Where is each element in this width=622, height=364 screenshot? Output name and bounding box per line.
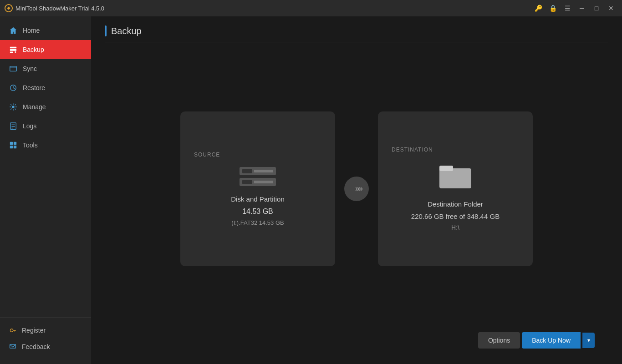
tools-icon	[9, 141, 17, 149]
restore-icon	[9, 84, 17, 92]
minimize-button[interactable]: ─	[576, 2, 588, 15]
arrow-indicator: »»	[344, 177, 369, 201]
destination-card-path: H:\	[451, 224, 459, 231]
svg-rect-15	[10, 146, 13, 148]
maximize-button[interactable]: □	[590, 2, 603, 15]
sidebar-item-feedback[interactable]: Feedback	[0, 339, 91, 355]
sidebar-nav: Home Backup Sync	[0, 16, 91, 317]
svg-rect-2	[10, 49, 16, 51]
window-controls: 🔑 🔒 ☰ ─ □ ✕	[532, 2, 617, 15]
source-section-label: SOURCE	[194, 152, 220, 158]
page-title-bar: Backup	[105, 25, 608, 42]
svg-rect-3	[10, 52, 13, 53]
sidebar-item-manage[interactable]: Manage	[0, 97, 91, 116]
sidebar-item-home[interactable]: Home	[0, 21, 91, 40]
app-body: Home Backup Sync	[0, 16, 622, 364]
options-button[interactable]: Options	[478, 332, 520, 349]
svg-rect-23	[439, 166, 453, 171]
destination-card[interactable]: DESTINATION Destination Folder 220.66 GB…	[378, 111, 533, 266]
source-card-size: 14.53 GB	[242, 207, 273, 216]
backup-now-button[interactable]: Back Up Now	[522, 332, 581, 349]
app-logo-icon	[5, 4, 13, 12]
backup-now-dropdown-button[interactable]: ▾	[582, 333, 595, 348]
titlebar-key-icon[interactable]: 🔑	[532, 2, 545, 15]
destination-section-label: DESTINATION	[392, 147, 433, 153]
svg-point-8	[12, 106, 14, 108]
sidebar-item-logs[interactable]: Logs	[0, 116, 91, 136]
svg-rect-5	[10, 66, 16, 71]
close-button[interactable]: ✕	[605, 2, 617, 15]
source-card[interactable]: SOURCE Disk and Partition 14.53 GB (I:).…	[180, 111, 335, 266]
svg-rect-22	[439, 168, 471, 188]
feedback-icon	[9, 343, 16, 350]
disk-icon	[240, 167, 276, 186]
svg-rect-1	[10, 47, 16, 49]
svg-rect-14	[14, 142, 16, 145]
bottom-bar: Options Back Up Now ▾	[105, 326, 608, 355]
app-title: MiniTool ShadowMaker Trial 4.5.0	[5, 4, 532, 12]
title-bar: MiniTool ShadowMaker Trial 4.5.0 🔑 🔒 ☰ ─…	[0, 0, 622, 16]
source-card-label: Disk and Partition	[231, 195, 285, 203]
logs-icon	[9, 122, 17, 130]
main-content: Backup SOURCE D	[91, 16, 622, 364]
svg-rect-16	[14, 146, 16, 148]
destination-card-label: Destination Folder	[428, 200, 483, 208]
folder-icon	[439, 162, 471, 191]
sync-icon	[9, 65, 17, 73]
key-icon	[9, 327, 16, 334]
sidebar-item-restore[interactable]: Restore	[0, 78, 91, 97]
titlebar-menu-icon[interactable]: ☰	[561, 2, 574, 15]
sidebar-item-backup[interactable]: Backup	[0, 40, 91, 59]
sidebar-item-register[interactable]: Register	[0, 322, 91, 339]
title-accent	[105, 25, 107, 36]
titlebar-lock-icon[interactable]: 🔒	[546, 2, 559, 15]
sidebar-item-tools[interactable]: Tools	[0, 136, 91, 155]
svg-point-17	[10, 329, 13, 332]
sidebar-item-sync[interactable]: Sync	[0, 59, 91, 78]
backup-icon	[9, 46, 17, 54]
source-card-detail: (I:).FAT32 14.53 GB	[231, 219, 284, 226]
destination-card-free: 220.66 GB free of 348.44 GB	[411, 212, 500, 220]
home-icon	[9, 26, 17, 35]
manage-icon	[9, 103, 17, 111]
cards-area: SOURCE Disk and Partition 14.53 GB (I:).…	[105, 51, 608, 326]
page-title: Backup	[111, 26, 142, 36]
sidebar-bottom: Register Feedback	[0, 317, 91, 364]
svg-rect-13	[10, 142, 13, 145]
sidebar: Home Backup Sync	[0, 16, 91, 364]
svg-marker-4	[15, 51, 17, 53]
